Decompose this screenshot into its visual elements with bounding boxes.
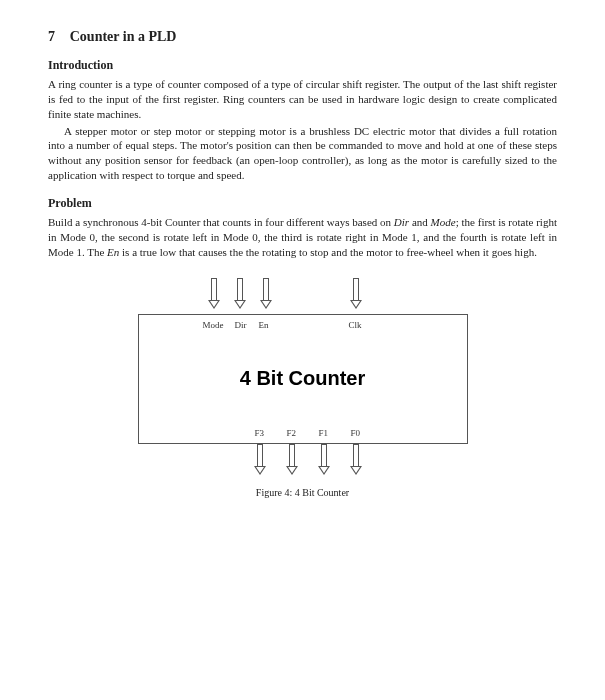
problem-text-d: is a true low that causes the the rotati…	[119, 246, 537, 258]
problem-para: Build a synchronous 4-bit Counter that c…	[48, 215, 557, 260]
output-labels: F3 F2 F1 F0	[139, 427, 467, 439]
arrow-f0	[350, 444, 362, 475]
figure: Mode Dir En Clk 4 Bit Counter F3 F2 F1 F…	[48, 278, 557, 500]
box-title: 4 Bit Counter	[139, 365, 467, 392]
intro-para-2: A stepper motor or step motor or steppin…	[48, 124, 557, 183]
figure-caption: Figure 4: 4 Bit Counter	[256, 486, 349, 500]
output-arrows	[138, 444, 468, 480]
arrow-dir	[234, 278, 246, 309]
label-dir: Dir	[235, 319, 247, 331]
dir-var: Dir	[394, 216, 409, 228]
input-arrows	[138, 278, 468, 314]
arrow-f1	[318, 444, 330, 475]
problem-text-b: and	[409, 216, 430, 228]
label-clk: Clk	[349, 319, 362, 331]
label-f0: F0	[351, 427, 361, 439]
arrow-f2	[286, 444, 298, 475]
intro-para-1: A ring counter is a type of counter comp…	[48, 77, 557, 122]
arrow-en	[260, 278, 272, 309]
label-f3: F3	[255, 427, 265, 439]
section-header: 7 Counter in a PLD	[48, 28, 557, 47]
arrow-f3	[254, 444, 266, 475]
arrow-clk	[350, 278, 362, 309]
problem-heading: Problem	[48, 195, 557, 211]
label-f1: F1	[319, 427, 329, 439]
problem-text-a: Build a synchronous 4-bit Counter that c…	[48, 216, 394, 228]
label-en: En	[259, 319, 269, 331]
section-number: 7	[48, 29, 55, 44]
arrow-mode	[208, 278, 220, 309]
mode-var: Mode	[431, 216, 456, 228]
label-f2: F2	[287, 427, 297, 439]
en-var: En	[107, 246, 119, 258]
counter-box: Mode Dir En Clk 4 Bit Counter F3 F2 F1 F…	[138, 314, 468, 444]
input-labels: Mode Dir En Clk	[139, 319, 467, 331]
diagram: Mode Dir En Clk 4 Bit Counter F3 F2 F1 F…	[138, 278, 468, 480]
intro-heading: Introduction	[48, 57, 557, 73]
section-title: Counter in a PLD	[70, 29, 177, 44]
label-mode: Mode	[203, 319, 224, 331]
